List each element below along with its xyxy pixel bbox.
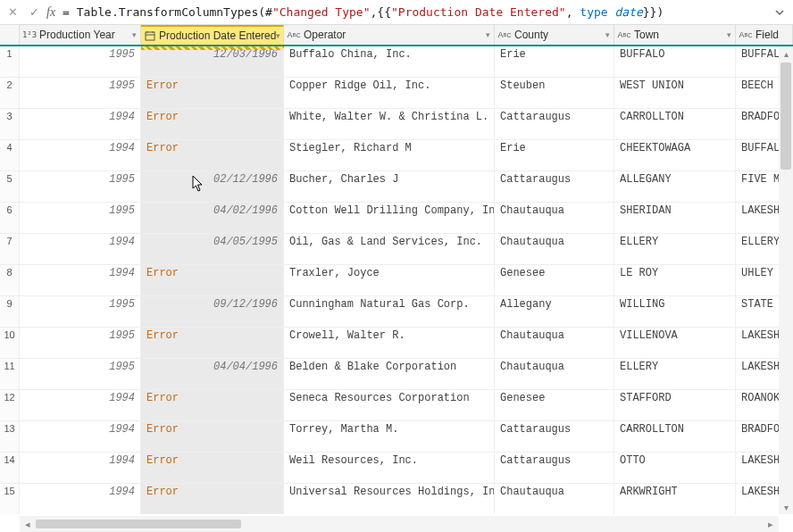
column-header-production-date[interactable]: Production Date Entered ▾: [141, 25, 284, 45]
cell-town[interactable]: ALLEGANY: [614, 171, 736, 202]
text-type-icon[interactable]: ABC: [498, 29, 511, 41]
row-number[interactable]: 6: [0, 203, 20, 233]
cell-county[interactable]: Chautauqua: [495, 234, 614, 264]
cell-operator[interactable]: Oil, Gas & Land Services, Inc.: [284, 234, 495, 264]
cell-town[interactable]: LE ROY: [614, 265, 736, 295]
cell-production-date[interactable]: Error: [141, 140, 284, 170]
cell-production-date[interactable]: Error: [141, 78, 284, 108]
date-type-icon[interactable]: [145, 29, 155, 42]
filter-icon[interactable]: ▾: [605, 30, 610, 39]
row-number[interactable]: 3: [0, 109, 20, 139]
table-row[interactable]: 81994ErrorTraxler, JoyceGeneseeLE ROYUHL…: [0, 265, 793, 296]
row-number[interactable]: 9: [0, 296, 20, 327]
horizontal-scroll-thumb[interactable]: [36, 520, 241, 528]
cell-production-year[interactable]: 1994: [20, 109, 141, 139]
row-number[interactable]: 1: [0, 46, 20, 77]
table-row[interactable]: 7199404/05/1995Oil, Gas & Land Services,…: [0, 234, 793, 265]
cell-production-date[interactable]: Error: [141, 328, 284, 358]
column-header-town[interactable]: ABC Town ▾: [614, 25, 736, 45]
horizontal-scrollbar[interactable]: ◂ ▸: [20, 516, 779, 532]
cell-production-date[interactable]: Error: [141, 421, 284, 452]
cell-production-date[interactable]: Error: [141, 265, 284, 295]
row-number-header[interactable]: [0, 25, 20, 45]
commit-icon[interactable]: ✓: [25, 4, 43, 21]
cell-county[interactable]: Chautauqua: [495, 359, 614, 389]
column-header-county[interactable]: ABC County ▾: [495, 25, 614, 45]
cell-production-year[interactable]: 1995: [20, 171, 141, 202]
cell-town[interactable]: WEST UNION: [614, 78, 736, 108]
scroll-right-icon[interactable]: ▸: [763, 519, 779, 530]
table-row[interactable]: 131994ErrorTorrey, Martha M.CattaraugusC…: [0, 421, 793, 453]
cell-county[interactable]: Erie: [495, 140, 614, 170]
row-number[interactable]: 15: [0, 484, 20, 514]
cell-operator[interactable]: Bucher, Charles J: [284, 171, 495, 202]
column-header-operator[interactable]: ABC Operator ▾: [284, 25, 495, 45]
cell-production-date[interactable]: 04/05/1995: [141, 234, 284, 264]
cell-operator[interactable]: Weil Resources, Inc.: [284, 453, 495, 483]
cell-town[interactable]: ELLERY: [614, 359, 736, 389]
cell-production-year[interactable]: 1995: [20, 328, 141, 358]
expand-formula-icon[interactable]: [772, 4, 788, 21]
cell-county[interactable]: Genesee: [495, 390, 614, 420]
cell-operator[interactable]: Universal Resources Holdings, Incorp.: [284, 484, 495, 514]
row-number[interactable]: 5: [0, 171, 20, 202]
cell-county[interactable]: Steuben: [495, 78, 614, 108]
cell-operator[interactable]: Seneca Resources Corporation: [284, 390, 495, 420]
table-row[interactable]: 31994ErrorWhite, Walter W. & Christina L…: [0, 109, 793, 140]
table-row[interactable]: 21995ErrorCopper Ridge Oil, Inc.SteubenW…: [0, 78, 793, 109]
cell-production-year[interactable]: 1994: [20, 421, 141, 452]
cell-town[interactable]: VILLENOVA: [614, 328, 736, 358]
cell-operator[interactable]: Traxler, Joyce: [284, 265, 495, 295]
cell-production-year[interactable]: 1995: [20, 359, 141, 389]
row-number[interactable]: 11: [0, 359, 20, 389]
cell-town[interactable]: WILLING: [614, 296, 736, 327]
table-row[interactable]: 121994ErrorSeneca Resources CorporationG…: [0, 390, 793, 421]
table-row[interactable]: 141994ErrorWeil Resources, Inc.Cattaraug…: [0, 453, 793, 484]
number-type-icon[interactable]: 1²3: [23, 29, 36, 41]
row-number[interactable]: 4: [0, 140, 20, 170]
text-type-icon[interactable]: ABC: [739, 29, 752, 41]
table-row[interactable]: 5199502/12/1996Bucher, Charles JCattarau…: [0, 171, 793, 203]
cell-production-year[interactable]: 1994: [20, 140, 141, 170]
cancel-icon[interactable]: ✕: [4, 4, 21, 21]
cell-town[interactable]: ARKWRIGHT: [614, 484, 736, 514]
table-row[interactable]: 9199509/12/1996Cunningham Natural Gas Co…: [0, 296, 793, 328]
table-row[interactable]: 1199512/03/1996Buffalo China, Inc.ErieBU…: [0, 46, 793, 78]
cell-production-date[interactable]: 02/12/1996: [141, 171, 284, 202]
cell-county[interactable]: Cattaraugus: [495, 421, 614, 452]
vertical-scrollbar[interactable]: ▴ ▾: [779, 46, 793, 514]
cell-town[interactable]: CHEEKTOWAGA: [614, 140, 736, 170]
cell-operator[interactable]: Belden & Blake Corporation: [284, 359, 495, 389]
cell-production-date[interactable]: Error: [141, 453, 284, 483]
cell-production-year[interactable]: 1994: [20, 484, 141, 514]
cell-operator[interactable]: Stiegler, Richard M: [284, 140, 495, 170]
cell-county[interactable]: Chautauqua: [495, 484, 614, 514]
cell-town[interactable]: CARROLLTON: [614, 421, 736, 452]
cell-production-year[interactable]: 1995: [20, 203, 141, 233]
row-number[interactable]: 12: [0, 390, 20, 420]
cell-county[interactable]: Allegany: [495, 296, 614, 327]
cell-production-year[interactable]: 1995: [20, 78, 141, 108]
cell-production-date[interactable]: Error: [141, 390, 284, 420]
cell-town[interactable]: SHERIDAN: [614, 203, 736, 233]
cell-production-year[interactable]: 1994: [20, 390, 141, 420]
text-type-icon[interactable]: ABC: [618, 29, 630, 41]
cell-production-date[interactable]: 04/04/1996: [141, 359, 284, 389]
cell-operator[interactable]: Cotton Well Drilling Company, Inc.: [284, 203, 495, 233]
cell-county[interactable]: Erie: [495, 46, 614, 77]
table-row[interactable]: 41994ErrorStiegler, Richard MErieCHEEKTO…: [0, 140, 793, 171]
scroll-down-icon[interactable]: ▾: [779, 500, 793, 514]
cell-production-date[interactable]: Error: [141, 484, 284, 514]
cell-town[interactable]: OTTO: [614, 453, 736, 483]
row-number[interactable]: 7: [0, 234, 20, 264]
row-number[interactable]: 13: [0, 421, 20, 452]
filter-icon[interactable]: ▾: [486, 30, 490, 39]
table-row[interactable]: 101995ErrorCrowell, Walter R.ChautauquaV…: [0, 328, 793, 359]
scroll-up-icon[interactable]: ▴: [779, 46, 793, 61]
cell-production-year[interactable]: 1994: [20, 234, 141, 264]
cell-town[interactable]: BUFFALO: [614, 46, 736, 77]
cell-town[interactable]: STAFFORD: [614, 390, 736, 420]
cell-production-date[interactable]: 12/03/1996: [141, 46, 284, 77]
formula-input[interactable]: = Table.TransformColumnTypes(#"Changed T…: [63, 5, 772, 19]
cell-production-year[interactable]: 1994: [20, 453, 141, 483]
